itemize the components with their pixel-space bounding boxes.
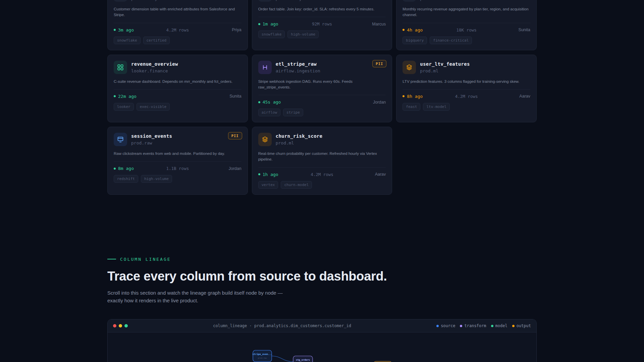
dashboard-grid-icon	[114, 61, 127, 74]
legend-output: output	[512, 323, 531, 328]
pii-badge: PII	[372, 60, 386, 67]
dataset-description: C-suite revenue dashboard. Depends on mr…	[114, 79, 241, 84]
freshness: 4h ago	[402, 27, 445, 33]
tag-chip[interactable]: feast	[402, 103, 420, 111]
owner: Aarav	[343, 172, 386, 177]
tag-chip[interactable]: snowflake	[114, 37, 141, 44]
owner: Sunita	[488, 27, 530, 32]
dataset-description: Customer dimension table with enriched a…	[114, 6, 241, 18]
freshness-dot-icon	[258, 23, 260, 25]
dataset-card-etl-stripe-raw[interactable]: PII etl_stripe_raw airflow.ingestion Str…	[252, 55, 392, 123]
legend-model: model	[491, 323, 507, 328]
svg-text:stg_orders: stg_orders	[296, 359, 310, 361]
dataset-schema: prod.raw	[131, 140, 172, 145]
section-eyebrow: COLUMN LINEAGE	[107, 257, 537, 262]
tag-chip[interactable]: stripe	[283, 109, 303, 116]
dataset-card-dim-customers[interactable]: prod.analytics Customer dimension table …	[107, 0, 248, 50]
owner: Marcus	[343, 22, 386, 26]
tag-chip[interactable]: finance-critical	[430, 37, 472, 44]
grid-empty-cell	[396, 127, 537, 195]
section-heading: Trace every column from source to dashbo…	[107, 269, 537, 284]
tag-chip[interactable]: airflow	[258, 109, 280, 116]
freshness-dot-icon	[114, 95, 116, 97]
dataset-card-mrr-monthly[interactable]: prod.finance Monthly recurring revenue a…	[396, 0, 537, 50]
terminal-title: column_lineage · prod.analytics.dim_cust…	[128, 323, 436, 328]
freshness-dot-icon	[258, 101, 260, 103]
maximize-dot-icon	[124, 324, 128, 327]
owner: Jordan	[343, 100, 386, 105]
dataset-icon	[114, 0, 127, 2]
dataset-description: LTV prediction features. 3 columns flagg…	[402, 79, 530, 84]
dataset-description: Real-time churn probability per customer…	[258, 151, 386, 163]
row-count: 92M rows	[301, 21, 343, 26]
dataset-description: Raw clickstream events from web and mobi…	[114, 151, 241, 157]
graph-node-transform[interactable]: stg_orders prod.staging	[293, 356, 313, 362]
section-body-line2: exactly how it renders in the live produ…	[107, 298, 198, 303]
row-count: 4.2M rows	[156, 27, 199, 33]
model-dot-icon	[491, 325, 493, 327]
freshness-dot-icon	[114, 29, 116, 31]
freshness: 22m ago	[114, 94, 156, 99]
row-count: 1.1B rows	[156, 166, 199, 171]
owner: Priya	[199, 27, 241, 32]
dataset-description: Monthly recurring revenue aggregated by …	[402, 6, 530, 18]
freshness: 3m ago	[114, 27, 156, 33]
tag-chip[interactable]: churn-model	[281, 181, 312, 189]
freshness-dot-icon	[402, 95, 405, 97]
dataset-schema: prod.analytics	[131, 0, 168, 1]
freshness: 8h ago	[402, 94, 445, 99]
dataset-schema: prod.finance	[420, 0, 451, 1]
column-lineage-section: COLUMN LINEAGE Trace every column from s…	[107, 257, 537, 362]
page-container: prod.analytics Customer dimension table …	[107, 0, 537, 362]
row-count: 18K rows	[445, 27, 488, 33]
dataset-card-revenue-overview[interactable]: revenue_overview looker.finance C-suite …	[107, 55, 248, 123]
dataset-description: Order fact table. Join key: order_id. SL…	[258, 6, 386, 12]
dataset-title: churn_risk_score	[276, 133, 323, 139]
pipeline-icon	[258, 61, 272, 74]
section-body: Scroll into this section and watch the l…	[107, 289, 537, 305]
legend-source: source	[436, 323, 455, 328]
section-body-line1: Scroll into this section and watch the l…	[107, 290, 283, 296]
source-dot-icon	[436, 325, 439, 327]
row-count: 4.2M rows	[445, 94, 488, 99]
dataset-title: etl_stripe_raw	[276, 61, 320, 67]
dataset-schema: prod.ml	[420, 68, 470, 73]
lineage-terminal-window: column_lineage · prod.analytics.dim_cust…	[107, 319, 537, 362]
tag-chip[interactable]: ltv-model	[423, 103, 450, 111]
eyebrow-rule	[107, 259, 116, 259]
dataset-card-fct-orders[interactable]: prod.analytics Order fact table. Join ke…	[252, 0, 392, 50]
dataset-card-user-ltv-features[interactable]: user_ltv_features prod.ml LTV prediction…	[396, 55, 537, 123]
owner: Jordan	[199, 166, 241, 171]
edge-source-transform	[272, 356, 293, 362]
dataset-title: user_ltv_features	[420, 61, 470, 67]
freshness: 1h ago	[258, 172, 301, 177]
tag-chip[interactable]: vertex	[258, 181, 278, 189]
dataset-schema: prod.analytics	[276, 0, 313, 1]
dataset-schema: looker.finance	[131, 68, 178, 73]
window-controls	[113, 324, 128, 327]
graph-node-source[interactable]: stripe_even... prod.raw	[252, 350, 272, 362]
owner: Sunita	[199, 94, 241, 99]
dataset-schema: airflow.ingestion	[276, 68, 320, 73]
tag-chip[interactable]: redshift	[114, 175, 138, 183]
lineage-legend: source transform model output	[436, 323, 531, 328]
tag-chip[interactable]: looker	[114, 103, 134, 111]
terminal-title-bar: column_lineage · prod.analytics.dim_cust…	[108, 319, 536, 333]
tag-chip[interactable]: bigquery	[402, 37, 427, 44]
row-count: 4.2M rows	[301, 172, 343, 177]
pii-badge: PII	[228, 132, 242, 139]
dataset-title: session_events	[131, 133, 172, 139]
freshness: 8m ago	[114, 166, 156, 171]
tag-chip[interactable]: snowflake	[258, 31, 285, 38]
freshness: 45s ago	[258, 100, 301, 105]
dataset-grid: prod.analytics Customer dimension table …	[107, 0, 537, 195]
dataset-card-churn-risk-score[interactable]: churn_risk_score prod.ml Real-time churn…	[252, 127, 392, 195]
tag-chip[interactable]: high-volume	[287, 31, 319, 38]
freshness-dot-icon	[114, 168, 116, 170]
tag-chip[interactable]: exec-visible	[137, 103, 170, 111]
tag-chip[interactable]: certified	[143, 37, 170, 44]
svg-text:stripe_even...: stripe_even...	[252, 353, 272, 356]
tag-chip[interactable]: high-volume	[141, 175, 172, 183]
dataset-icon	[258, 0, 272, 2]
dataset-card-session-events[interactable]: PII session_events prod.raw Raw clickstr…	[107, 127, 248, 195]
